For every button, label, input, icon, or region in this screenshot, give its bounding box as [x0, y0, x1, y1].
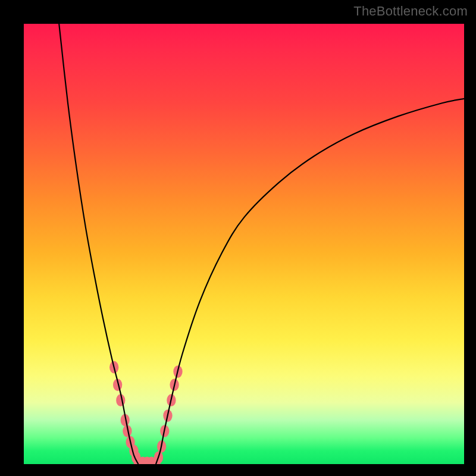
chart-svg	[24, 24, 464, 464]
watermark-text: TheBottleneck.com	[353, 4, 468, 19]
chart-frame: TheBottleneck.com	[0, 0, 476, 476]
plot-area	[24, 24, 464, 464]
highlight-markers-group	[109, 361, 183, 464]
left-curve-path	[59, 24, 138, 464]
right-curve-path	[156, 99, 464, 464]
